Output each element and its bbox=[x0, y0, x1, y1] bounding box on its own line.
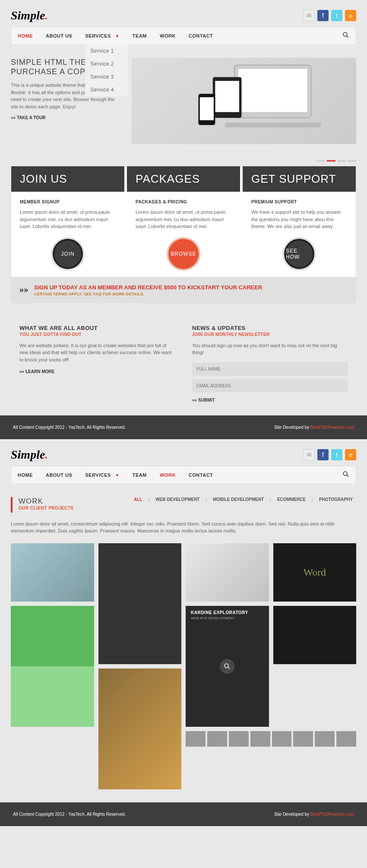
nav-contact[interactable]: CONTACT bbox=[189, 466, 213, 484]
svg-rect-6 bbox=[215, 81, 239, 112]
about-title: WHAT WE ARE ALL ABOUT bbox=[19, 325, 175, 331]
card-text: Lorem ipsum dolor sit amet, ut prima pau… bbox=[20, 209, 116, 230]
see-how-button[interactable]: SEE HOW bbox=[284, 239, 314, 269]
rss-icon[interactable]: ⌾ bbox=[345, 10, 356, 21]
card-subtitle: PREMIUM SUPPORT bbox=[251, 200, 347, 204]
magnify-icon[interactable] bbox=[220, 659, 234, 674]
main-nav: HOME ABOUT US SERVICES ▼ Service 1 Servi… bbox=[11, 27, 356, 45]
thumb[interactable] bbox=[315, 731, 335, 747]
carousel-dot[interactable] bbox=[337, 160, 346, 162]
facebook-icon[interactable]: f bbox=[317, 10, 329, 21]
fullname-input[interactable] bbox=[192, 362, 348, 376]
filter-photo[interactable]: PHOTOGRAPHY bbox=[316, 497, 356, 502]
mail-icon[interactable]: ✉ bbox=[304, 10, 315, 21]
search-icon[interactable] bbox=[342, 471, 349, 479]
nav-team[interactable]: TEAM bbox=[133, 27, 147, 44]
footer-link[interactable]: BestPSDFreebies.com bbox=[310, 425, 354, 430]
card-header: PACKAGES bbox=[127, 166, 240, 192]
rss-icon[interactable]: ⌾ bbox=[345, 449, 356, 460]
nav-services-label: SERVICES bbox=[85, 33, 111, 38]
nav-contact[interactable]: CONTACT bbox=[189, 27, 213, 44]
card-join-us: JOIN US MEMBER SIGNUP Lorem ipsum dolor … bbox=[11, 166, 124, 277]
nav-about[interactable]: ABOUT US bbox=[46, 27, 72, 44]
nav-work[interactable]: WORK bbox=[160, 27, 176, 44]
page-title: WORK bbox=[19, 497, 73, 506]
news-subtitle: JOIN OUR MONTHLY NEWSLETTER bbox=[192, 332, 348, 337]
dropdown-item[interactable]: Service 4 bbox=[85, 83, 128, 96]
nav-services[interactable]: SERVICES ▼ Service 1 Service 2 Service 3… bbox=[85, 27, 119, 44]
dropdown-item[interactable]: Service 1 bbox=[85, 44, 128, 57]
thumb[interactable] bbox=[186, 731, 206, 747]
news-title: NEWS & UPDATES bbox=[192, 325, 348, 331]
take-tour-link[interactable]: TAKE A TOUR bbox=[11, 115, 123, 120]
signup-banner: »» SIGN UP TODAY AS AN MEMBER AND RECEIV… bbox=[11, 277, 356, 303]
filter-webdev[interactable]: WEB DEVELOPMENT bbox=[152, 497, 203, 502]
double-chevron-icon: »» bbox=[19, 285, 28, 295]
gallery-item[interactable]: Word bbox=[273, 543, 357, 602]
gallery-item[interactable] bbox=[186, 543, 269, 602]
carousel-dot[interactable] bbox=[316, 160, 325, 162]
footer-link[interactable]: BestPSDFreebies.com bbox=[310, 812, 354, 817]
thumb[interactable] bbox=[250, 731, 270, 747]
gallery-item[interactable] bbox=[273, 606, 357, 664]
svg-rect-4 bbox=[225, 123, 321, 127]
learn-more-link[interactable]: LEARN MORE bbox=[19, 369, 175, 374]
dropdown-item[interactable]: Service 3 bbox=[85, 70, 128, 83]
nav-work[interactable]: WORK bbox=[160, 466, 176, 484]
chevron-down-icon: ▼ bbox=[115, 473, 119, 478]
logo[interactable]: Simple. bbox=[11, 9, 48, 22]
nav-services[interactable]: SERVICES ▼ bbox=[85, 466, 119, 484]
gallery-item[interactable] bbox=[98, 668, 182, 789]
svg-point-9 bbox=[343, 472, 347, 475]
thumb[interactable] bbox=[272, 731, 292, 747]
carousel-dot[interactable] bbox=[348, 160, 356, 162]
search-icon[interactable] bbox=[342, 32, 349, 40]
join-button[interactable]: JOIN bbox=[53, 239, 83, 269]
card-header: JOIN US bbox=[11, 166, 124, 192]
card-text: Lorem ipsum dolor sit amet, ut prima pau… bbox=[136, 209, 231, 230]
filter-all[interactable]: ALL bbox=[130, 497, 146, 502]
svg-point-11 bbox=[225, 664, 228, 668]
thumb[interactable] bbox=[207, 731, 227, 747]
filter-ecommerce[interactable]: ECOMMERCE bbox=[274, 497, 309, 502]
mail-icon[interactable]: ✉ bbox=[304, 449, 315, 460]
card-text: We have a support site to help you answe… bbox=[251, 209, 347, 230]
thumb[interactable] bbox=[229, 731, 249, 747]
copyright-text: All Content Copyright 2012 - YasTech. Al… bbox=[13, 425, 126, 430]
thumb[interactable] bbox=[336, 731, 356, 747]
logo-dot: . bbox=[45, 448, 48, 461]
logo[interactable]: Simple. bbox=[11, 448, 48, 462]
banner-title: SIGN UP TODAY AS AN MEMBER AND RECEIVE $… bbox=[34, 284, 348, 291]
gallery-item[interactable] bbox=[11, 543, 94, 602]
footer-credit: Site Developed by BestPSDFreebies.com bbox=[274, 425, 354, 430]
work-description: Lorem ipsum dolor sit amet, consectetuer… bbox=[0, 517, 367, 543]
nav-about[interactable]: ABOUT US bbox=[46, 466, 72, 484]
chevron-down-icon: ▼ bbox=[115, 34, 119, 38]
about-subtitle: YOU JUST GOTTA FIND OUT bbox=[19, 332, 175, 337]
email-input[interactable] bbox=[192, 379, 348, 393]
twitter-icon[interactable]: t bbox=[331, 449, 342, 460]
submit-button[interactable]: SUBMIT bbox=[192, 398, 348, 402]
browse-button[interactable]: BROWSE bbox=[168, 239, 199, 269]
footer: All Content Copyright 2012 - YasTech. Al… bbox=[0, 802, 367, 826]
logo-text: Simple bbox=[11, 448, 45, 461]
gallery-item[interactable] bbox=[98, 543, 182, 664]
nav-team[interactable]: TEAM bbox=[133, 466, 147, 484]
overlay-subtitle: WEB SITE DEVELOPMENT bbox=[191, 616, 234, 620]
social-icons: ✉ f t ⌾ bbox=[304, 449, 356, 460]
banner-subtitle: CERTAIN TERMS APPLY. SEE FAQ FOR MORE DE… bbox=[34, 292, 348, 296]
card-header: GET SUPPORT bbox=[243, 166, 356, 192]
gallery-item[interactable] bbox=[11, 606, 94, 727]
nav-home[interactable]: HOME bbox=[18, 27, 33, 44]
svg-line-12 bbox=[228, 667, 230, 669]
nav-home[interactable]: HOME bbox=[18, 466, 33, 484]
twitter-icon[interactable]: t bbox=[331, 10, 342, 21]
thumb[interactable] bbox=[293, 731, 313, 747]
newsletter-section: NEWS & UPDATES JOIN OUR MONTHLY NEWSLETT… bbox=[192, 325, 348, 402]
gallery-item-overlay[interactable]: KARDINE EXPLORATORY WEB SITE DEVELOPMENT bbox=[186, 606, 269, 727]
carousel-dot[interactable] bbox=[327, 160, 335, 162]
nav-services-label: SERVICES bbox=[85, 472, 111, 478]
dropdown-item[interactable]: Service 2 bbox=[85, 57, 128, 70]
filter-mobile[interactable]: MOBILE DEVELOPMENT bbox=[209, 497, 267, 502]
facebook-icon[interactable]: f bbox=[317, 449, 329, 460]
